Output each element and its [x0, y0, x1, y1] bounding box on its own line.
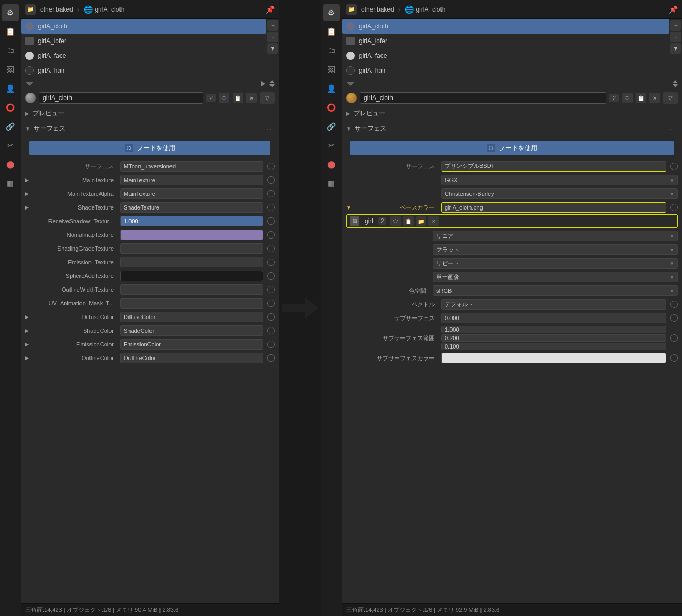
- tool-icon-6[interactable]: ⭕: [2, 99, 19, 116]
- emission-texture-value[interactable]: [120, 257, 263, 267]
- shadingrade-value[interactable]: [120, 243, 263, 254]
- tool-icon-2[interactable]: 📋: [2, 23, 19, 40]
- right-tool-icon-6[interactable]: ⭕: [323, 99, 340, 116]
- color-space-dropdown[interactable]: sRGB ▼: [433, 285, 678, 296]
- subsurface-range-value-3[interactable]: 0.100: [441, 343, 666, 350]
- right-tool-icon-10[interactable]: ▦: [323, 175, 340, 192]
- mat-name-input-right[interactable]: [360, 92, 606, 104]
- right-tool-icon-5[interactable]: 👤: [323, 80, 340, 97]
- surface-type-value[interactable]: MToon_unversioned: [120, 161, 263, 172]
- preview-section-header[interactable]: ▶ プレビュー · · ·: [21, 106, 279, 121]
- tool-icon-1[interactable]: ⚙: [2, 4, 19, 21]
- mat-filter-btn-left[interactable]: ▽: [260, 92, 275, 104]
- maintexturealpha-value[interactable]: MainTexture: [120, 188, 263, 199]
- list-down-button[interactable]: ▼: [267, 43, 278, 54]
- mat-close-btn-left[interactable]: ✕: [246, 93, 257, 103]
- maintexturealpha-expand[interactable]: ▶: [25, 191, 32, 196]
- base-color-value[interactable]: girlA_cloth.png: [441, 202, 666, 213]
- expand-arrow[interactable]: [261, 81, 265, 86]
- mat-shield-btn-left[interactable]: 🛡: [219, 93, 229, 103]
- diffusecolor-value[interactable]: DiffuseColor: [120, 312, 263, 322]
- right-tool-icon-4[interactable]: 🖼: [323, 61, 340, 78]
- diffusecolor-expand[interactable]: ▶: [25, 314, 32, 320]
- tool-icon-10[interactable]: ▦: [2, 175, 19, 192]
- repeat-dropdown[interactable]: リピート ▼: [433, 258, 678, 269]
- outlinecolor-value[interactable]: OutlineColor: [120, 353, 263, 363]
- right-pin-icon[interactable]: 📌: [669, 5, 678, 14]
- sub-close-btn[interactable]: ✕: [428, 216, 439, 226]
- uvanimask-value[interactable]: [120, 298, 263, 309]
- material-item-lofer[interactable]: girlA_lofer: [21, 34, 266, 48]
- maintexture-value[interactable]: MainTexture: [120, 175, 263, 185]
- christensen-dropdown[interactable]: Christensen-Burley ▼: [441, 188, 678, 199]
- right-list-add-button[interactable]: ＋: [670, 20, 681, 31]
- right-material-item-hair[interactable]: girlA_hair: [342, 63, 669, 78]
- right-surface-type-value[interactable]: プリンシブルBSDF: [441, 161, 666, 172]
- surface-dots: · · ·: [267, 126, 275, 132]
- right-surface-section-header[interactable]: ▼ サーフェス · · ·: [342, 121, 682, 136]
- receiveshadow-value[interactable]: 1.000: [120, 216, 263, 226]
- subsurface-range-value-1[interactable]: 1.000: [441, 326, 666, 333]
- right-mat-close-btn[interactable]: ✕: [649, 93, 660, 103]
- tool-icon-4[interactable]: 🖼: [2, 61, 19, 78]
- right-tool-icon-3[interactable]: 🗂: [323, 42, 340, 59]
- ggx-dropdown[interactable]: GGX ▼: [441, 175, 678, 185]
- right-surface-dots: · · ·: [670, 126, 678, 132]
- tool-icon-3[interactable]: 🗂: [2, 42, 19, 59]
- subsurface-range-value-2[interactable]: 0.200: [441, 334, 666, 342]
- single-img-dropdown[interactable]: 単一画像 ▼: [433, 272, 678, 282]
- list-add-button[interactable]: ＋: [267, 20, 278, 31]
- sub-folder-btn[interactable]: 📁: [416, 216, 426, 226]
- list-remove-button[interactable]: －: [267, 32, 278, 42]
- shadetexture-value[interactable]: ShadeTexture: [120, 202, 263, 213]
- tool-icon-8[interactable]: ✂: [2, 137, 19, 154]
- mat-name-input-left[interactable]: [39, 92, 203, 104]
- tool-icon-7[interactable]: 🔗: [2, 118, 19, 135]
- vector-value[interactable]: デフォルト: [441, 299, 666, 310]
- material-item-cloth[interactable]: girlA_cloth: [21, 19, 266, 34]
- right-tool-icon-8[interactable]: ✂: [323, 137, 340, 154]
- pin-icon[interactable]: 📌: [266, 5, 275, 14]
- normalmap-value[interactable]: [120, 230, 263, 240]
- right-tool-icon-9[interactable]: ⬤: [323, 156, 340, 173]
- right-mat-label-face: girlA_face: [359, 52, 665, 59]
- right-material-item-cloth[interactable]: girlA_cloth: [342, 19, 669, 34]
- right-mat-filter-btn[interactable]: ▽: [663, 92, 678, 104]
- tool-icon-9[interactable]: ⬤: [2, 156, 19, 173]
- right-mat-copy-btn[interactable]: 📋: [636, 93, 646, 103]
- tool-icon-5[interactable]: 👤: [2, 80, 19, 97]
- right-list-down-button[interactable]: ▼: [670, 43, 681, 54]
- subsurface-value[interactable]: 0.000: [441, 313, 666, 323]
- node-use-button-right[interactable]: ⬡ ノードを使用: [350, 141, 674, 155]
- emissioncolor-expand[interactable]: ▶: [25, 342, 32, 347]
- right-preview-section-header[interactable]: ▶ プレビュー · · ·: [342, 106, 682, 121]
- collapse-triangle[interactable]: [25, 82, 34, 86]
- outlinewidth-value[interactable]: [120, 284, 263, 295]
- sub-shield-btn[interactable]: 🛡: [390, 216, 401, 226]
- right-collapse-triangle[interactable]: [346, 82, 355, 86]
- mat-copy-btn-left[interactable]: 📋: [233, 93, 243, 103]
- node-use-button-left[interactable]: ⬡ ノードを使用: [29, 141, 270, 155]
- right-material-item-lofer[interactable]: girlA_lofer: [342, 34, 669, 48]
- right-material-item-face[interactable]: girlA_face: [342, 48, 669, 63]
- material-item-hair[interactable]: girlA_hair: [21, 63, 266, 78]
- right-tool-icon-2[interactable]: 📋: [323, 23, 340, 40]
- linear-dropdown[interactable]: リニア ▼: [433, 231, 678, 241]
- shadecolor-expand[interactable]: ▶: [25, 328, 32, 333]
- subsurface-color-value[interactable]: [441, 353, 666, 363]
- right-list-remove-button[interactable]: －: [670, 32, 681, 42]
- emissioncolor-value[interactable]: EmissionColor: [120, 339, 263, 350]
- material-item-face[interactable]: girlA_face: [21, 48, 266, 63]
- right-mat-shield-btn[interactable]: 🛡: [622, 93, 633, 103]
- shadecolor-value[interactable]: ShadeColor: [120, 325, 263, 336]
- right-tool-icon-1[interactable]: ⚙: [323, 4, 340, 21]
- sphereadd-value[interactable]: [120, 271, 263, 281]
- shadetexture-expand[interactable]: ▶: [25, 205, 32, 210]
- right-tool-icon-7[interactable]: 🔗: [323, 118, 340, 135]
- maintexture-expand[interactable]: ▶: [25, 177, 32, 183]
- outlinecolor-expand[interactable]: ▶: [25, 355, 32, 361]
- sub-copy-btn[interactable]: 📋: [403, 216, 414, 226]
- flat-dropdown[interactable]: フラット ▼: [433, 244, 678, 255]
- surface-section-header[interactable]: ▼ サーフェス · · ·: [21, 121, 279, 136]
- base-color-expand[interactable]: ▼: [346, 205, 353, 211]
